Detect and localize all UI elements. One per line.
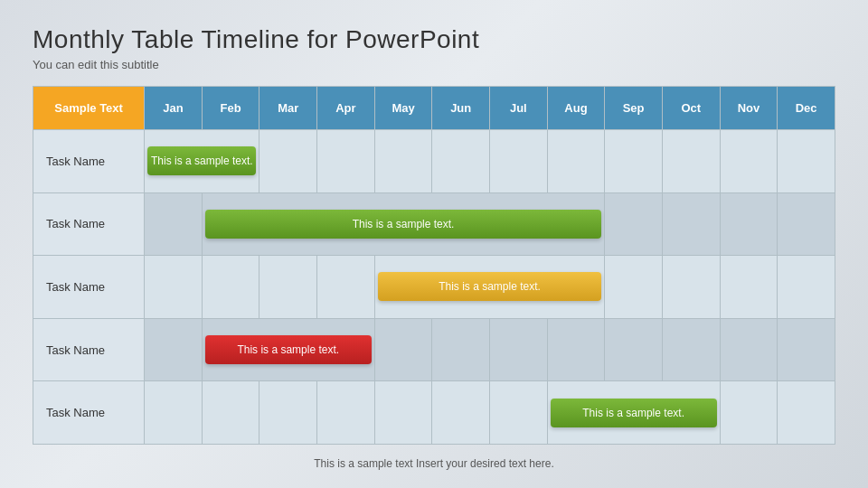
empty-cell xyxy=(720,381,778,445)
empty-cell xyxy=(662,318,720,381)
header-aug: Aug xyxy=(547,87,605,130)
task-bar[interactable]: This is a sample text. xyxy=(378,272,602,301)
empty-cell xyxy=(202,381,259,445)
empty-cell xyxy=(259,130,317,193)
empty-cell xyxy=(778,381,835,445)
header-jan: Jan xyxy=(145,87,203,130)
header-mar: Mar xyxy=(259,87,317,130)
task-row: Task NameThis is a sample text. xyxy=(33,130,835,193)
empty-cell xyxy=(662,192,720,256)
task-label: Task Name xyxy=(33,318,145,381)
empty-cell xyxy=(259,381,317,445)
empty-cell xyxy=(374,130,432,193)
empty-cell xyxy=(605,256,663,319)
footer-text: This is a sample text Insert your desire… xyxy=(33,457,835,470)
empty-cell xyxy=(432,318,490,381)
empty-cell xyxy=(490,130,548,193)
task-row: Task NameThis is a sample text. xyxy=(33,318,835,381)
empty-cell xyxy=(662,256,720,319)
task-bar[interactable]: This is a sample text. xyxy=(205,335,372,364)
header-sample-text: Sample Text xyxy=(33,87,145,130)
empty-cell xyxy=(145,318,203,381)
empty-cell xyxy=(145,381,203,445)
header-jul: Jul xyxy=(490,87,548,130)
task-bar-cell: This is a sample text. xyxy=(202,318,374,381)
task-bar[interactable]: This is a sample text. xyxy=(147,146,256,175)
task-bar-cell: This is a sample text. xyxy=(145,130,259,193)
task-row: Task NameThis is a sample text. xyxy=(33,192,835,256)
empty-cell xyxy=(662,130,720,193)
empty-cell xyxy=(317,256,375,319)
empty-cell xyxy=(317,381,375,445)
empty-cell xyxy=(145,192,203,256)
empty-cell xyxy=(374,318,432,381)
header-feb: Feb xyxy=(202,87,259,130)
empty-cell xyxy=(317,130,375,193)
empty-cell xyxy=(490,381,548,445)
task-row: Task NameThis is a sample text. xyxy=(33,256,835,319)
empty-cell xyxy=(605,130,663,193)
task-bar[interactable]: This is a sample text. xyxy=(205,210,601,239)
header-jun: Jun xyxy=(432,87,490,130)
task-label: Task Name xyxy=(33,192,145,256)
empty-cell xyxy=(490,318,548,381)
task-bar-cell: This is a sample text. xyxy=(547,381,720,445)
task-label: Task Name xyxy=(33,130,145,193)
page-subtitle: You can edit this subtitle xyxy=(33,58,835,71)
header-sep: Sep xyxy=(605,87,663,130)
header-nov: Nov xyxy=(720,87,778,130)
page-title: Monthly Table Timeline for PowerPoint xyxy=(33,25,835,54)
empty-cell xyxy=(778,192,835,256)
task-bar-cell: This is a sample text. xyxy=(202,192,604,256)
empty-cell xyxy=(778,130,835,193)
empty-cell xyxy=(605,318,663,381)
empty-cell xyxy=(778,318,835,381)
task-label: Task Name xyxy=(33,256,145,319)
empty-cell xyxy=(720,130,778,193)
header-oct: Oct xyxy=(662,87,720,130)
empty-cell xyxy=(547,318,605,381)
empty-cell xyxy=(778,256,835,319)
empty-cell xyxy=(547,130,605,193)
empty-cell xyxy=(720,192,778,256)
empty-cell xyxy=(432,381,490,445)
header-row: Sample Text Jan Feb Mar Apr May Jun Jul … xyxy=(33,87,835,130)
header-dec: Dec xyxy=(778,87,835,130)
empty-cell xyxy=(432,130,490,193)
task-row: Task NameThis is a sample text. xyxy=(33,381,835,445)
empty-cell xyxy=(145,256,203,319)
empty-cell xyxy=(374,381,432,445)
timeline-table: Sample Text Jan Feb Mar Apr May Jun Jul … xyxy=(33,86,835,445)
empty-cell xyxy=(720,256,778,319)
empty-cell xyxy=(259,256,317,319)
empty-cell xyxy=(720,318,778,381)
header-may: May xyxy=(374,87,432,130)
header-apr: Apr xyxy=(317,87,375,130)
empty-cell xyxy=(202,256,259,319)
empty-cell xyxy=(605,192,663,256)
task-bar[interactable]: This is a sample text. xyxy=(551,399,717,427)
task-label: Task Name xyxy=(33,381,145,445)
task-bar-cell: This is a sample text. xyxy=(374,256,605,319)
